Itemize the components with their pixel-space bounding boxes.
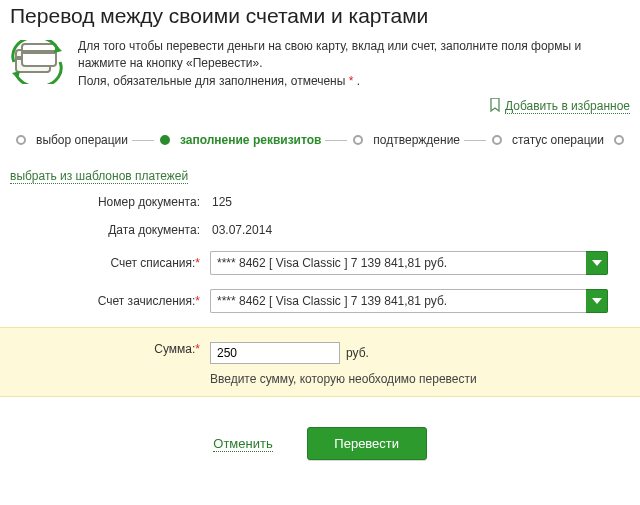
required-star: * — [195, 294, 200, 308]
intro-text: Для того чтобы перевести деньги на свою … — [78, 38, 630, 90]
amount-label: Сумма: — [154, 342, 195, 356]
doc-date-label: Дата документа: — [10, 223, 210, 237]
wizard-step-label: статус операции — [508, 133, 608, 147]
intro-line1: Для того чтобы перевести деньги на свою … — [78, 39, 581, 70]
doc-number-label: Номер документа: — [10, 195, 210, 209]
wizard-dot — [614, 135, 624, 145]
svg-marker-6 — [592, 260, 602, 266]
transfer-button[interactable]: Перевести — [307, 427, 427, 460]
debit-label: Счет списания: — [110, 256, 195, 270]
wizard-dot — [353, 135, 363, 145]
intro-line2c: . — [353, 74, 360, 88]
credit-label: Счет зачисления: — [98, 294, 196, 308]
credit-account-value: **** 8462 [ Visa Classic ] 7 139 841,81 … — [210, 289, 586, 313]
required-star: * — [195, 256, 200, 270]
wizard-step-label: заполнение реквизитов — [176, 133, 325, 147]
debit-account-select[interactable]: **** 8462 [ Visa Classic ] 7 139 841,81 … — [210, 251, 608, 275]
intro-line2a: Поля, обязательные для заполнения, отмеч… — [78, 74, 349, 88]
transfer-cards-icon — [10, 38, 66, 90]
chevron-down-icon[interactable] — [586, 289, 608, 313]
bookmark-icon — [489, 98, 501, 115]
wizard-step-label: подтверждение — [369, 133, 464, 147]
wizard: выбор операции заполнение реквизитов под… — [10, 133, 630, 147]
svg-marker-7 — [592, 298, 602, 304]
wizard-step-label: выбор операции — [32, 133, 132, 147]
debit-account-value: **** 8462 [ Visa Classic ] 7 139 841,81 … — [210, 251, 586, 275]
choose-template-link[interactable]: выбрать из шаблонов платежей — [10, 169, 188, 184]
chevron-down-icon[interactable] — [586, 251, 608, 275]
amount-input[interactable] — [210, 342, 340, 364]
page-title: Перевод между своими счетами и картами — [10, 0, 630, 28]
wizard-dot — [492, 135, 502, 145]
doc-number-value: 125 — [210, 195, 232, 209]
cancel-button[interactable]: Отменить — [213, 436, 272, 452]
wizard-dot — [160, 135, 170, 145]
add-favorite-link[interactable]: Добавить в избранное — [505, 99, 630, 114]
amount-hint: Введите сумму, которую необходимо переве… — [210, 372, 630, 386]
svg-rect-2 — [22, 44, 56, 66]
doc-date-value: 03.07.2014 — [210, 223, 272, 237]
wizard-dot — [16, 135, 26, 145]
amount-currency: руб. — [340, 342, 369, 364]
credit-account-select[interactable]: **** 8462 [ Visa Classic ] 7 139 841,81 … — [210, 289, 608, 313]
svg-rect-3 — [22, 50, 56, 54]
required-star: * — [195, 342, 200, 356]
